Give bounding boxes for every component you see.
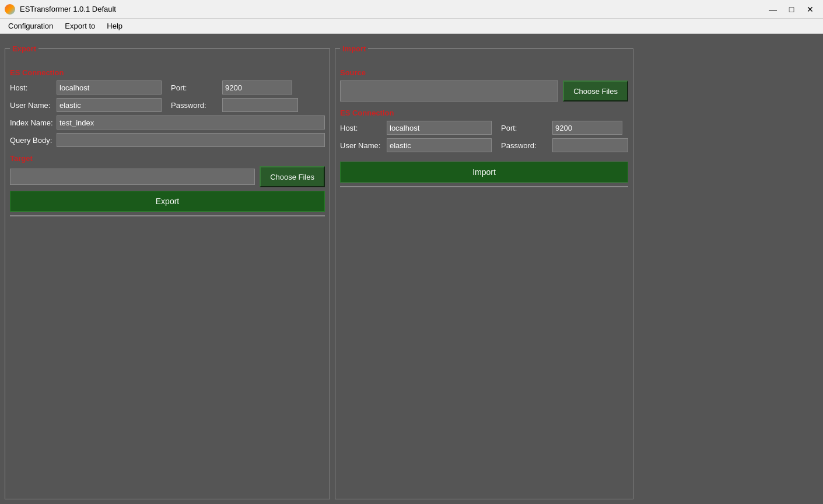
maximize-button[interactable]: □ bbox=[783, 4, 800, 15]
export-username-row: User Name: Password: bbox=[10, 98, 325, 112]
import-button[interactable]: Import bbox=[340, 162, 628, 183]
main-content: Export ES Connection Host: Port: User Na… bbox=[0, 34, 823, 504]
import-choose-files-button[interactable]: Choose Files bbox=[563, 80, 628, 102]
import-source-row: Choose Files bbox=[340, 80, 628, 102]
export-port-input[interactable] bbox=[222, 80, 292, 94]
import-es-connection-title: ES Connection bbox=[340, 108, 628, 117]
export-query-input[interactable] bbox=[57, 133, 325, 147]
import-username-label: User Name: bbox=[340, 141, 387, 150]
export-username-input[interactable] bbox=[57, 98, 162, 112]
export-password-input[interactable] bbox=[222, 98, 298, 112]
export-index-row: Index Name: bbox=[10, 116, 325, 130]
export-legend: Export bbox=[10, 44, 38, 53]
import-panel: Import Source Choose Files ES Connection… bbox=[335, 44, 633, 499]
menu-export-to[interactable]: Export to bbox=[59, 19, 101, 33]
export-target-row: Choose Files bbox=[10, 166, 325, 187]
app-icon bbox=[5, 4, 15, 15]
export-password-label: Password: bbox=[171, 101, 218, 110]
export-es-connection-title: ES Connection bbox=[10, 68, 325, 77]
export-choose-files-button[interactable]: Choose Files bbox=[260, 166, 325, 187]
import-host-label: Host: bbox=[340, 124, 387, 132]
export-target-path-input[interactable] bbox=[10, 169, 255, 185]
export-log-area: ▲ ▼ bbox=[10, 215, 325, 216]
import-host-input[interactable] bbox=[387, 121, 492, 135]
export-username-label: User Name: bbox=[10, 101, 57, 110]
import-host-row: Host: Port: bbox=[340, 121, 628, 135]
import-username-row: User Name: Password: bbox=[340, 138, 628, 152]
export-host-row: Host: Port: bbox=[10, 80, 325, 94]
import-legend: Import bbox=[340, 44, 368, 53]
import-scroll-down-arrow[interactable]: ▼ bbox=[618, 186, 628, 187]
export-scroll-up-arrow[interactable]: ▲ bbox=[316, 216, 325, 216]
export-host-input[interactable] bbox=[57, 80, 162, 94]
import-port-input[interactable] bbox=[552, 121, 622, 135]
app-title: ESTransformer 1.0.1 Default bbox=[20, 5, 765, 13]
menu-help[interactable]: Help bbox=[101, 19, 128, 33]
import-scroll-up-arrow[interactable]: ▲ bbox=[619, 187, 628, 187]
title-bar-controls: — □ ✕ bbox=[765, 4, 818, 15]
import-password-input[interactable] bbox=[552, 138, 628, 152]
import-source-input[interactable] bbox=[340, 80, 558, 102]
title-bar: ESTransformer 1.0.1 Default — □ ✕ bbox=[0, 0, 823, 19]
export-target-title: Target bbox=[10, 154, 325, 163]
import-port-label: Port: bbox=[501, 124, 548, 132]
import-source-title: Source bbox=[340, 68, 628, 77]
export-port-label: Port: bbox=[171, 83, 218, 92]
export-button[interactable]: Export bbox=[10, 191, 325, 212]
import-password-label: Password: bbox=[501, 141, 548, 150]
export-scroll-down-arrow[interactable]: ▼ bbox=[315, 215, 324, 216]
export-panel: Export ES Connection Host: Port: User Na… bbox=[5, 44, 330, 499]
menu-bar: Configuration Export to Help bbox=[0, 19, 823, 34]
minimize-button[interactable]: — bbox=[765, 4, 781, 15]
import-log-area: ▲ ▼ bbox=[340, 186, 628, 187]
export-query-label: Query Body: bbox=[10, 136, 57, 145]
menu-configuration[interactable]: Configuration bbox=[2, 19, 59, 33]
export-index-label: Index Name: bbox=[10, 118, 57, 127]
close-button[interactable]: ✕ bbox=[802, 4, 818, 15]
export-query-row: Query Body: bbox=[10, 133, 325, 147]
export-host-label: Host: bbox=[10, 83, 57, 92]
import-username-input[interactable] bbox=[387, 138, 492, 152]
export-index-input[interactable] bbox=[57, 116, 325, 130]
